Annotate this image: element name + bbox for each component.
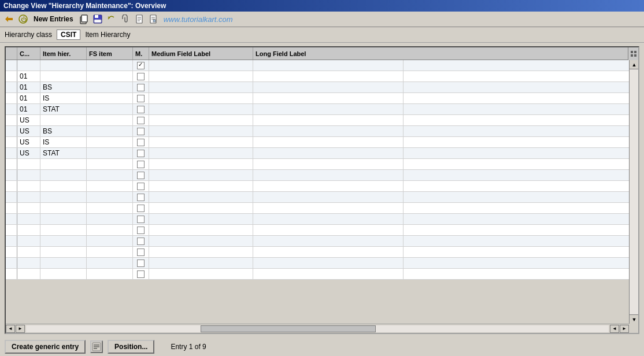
row-m-checkbox[interactable] xyxy=(137,84,145,91)
table-row[interactable]: 01 xyxy=(6,71,629,82)
row-m-checkbox[interactable] xyxy=(137,106,145,113)
table-row[interactable] xyxy=(6,258,629,269)
row-m-checkbox[interactable] xyxy=(137,62,145,69)
row-select-cell[interactable] xyxy=(6,269,17,279)
row-m-cell[interactable] xyxy=(133,170,149,180)
table-row[interactable]: 01BS xyxy=(6,82,629,93)
table-row[interactable] xyxy=(6,192,629,203)
row-m-cell[interactable] xyxy=(133,82,149,92)
row-select-cell[interactable] xyxy=(6,148,17,158)
row-select-cell[interactable] xyxy=(6,93,17,103)
save-icon[interactable] xyxy=(92,13,103,25)
table-row[interactable]: USSTAT xyxy=(6,148,629,159)
row-select-cell[interactable] xyxy=(6,115,17,125)
row-select-cell[interactable] xyxy=(6,126,17,136)
row-m-checkbox[interactable] xyxy=(137,194,145,201)
position-icon-button[interactable] xyxy=(90,340,103,353)
scroll-left2-button[interactable]: ◄ xyxy=(610,325,619,333)
row-m-cell[interactable] xyxy=(133,214,149,224)
create-generic-entry-button[interactable]: Create generic entry xyxy=(5,340,86,354)
row-m-cell[interactable] xyxy=(133,203,149,213)
row-m-checkbox[interactable] xyxy=(137,172,145,179)
row-select-cell[interactable] xyxy=(6,203,17,213)
scroll-right-button[interactable]: ► xyxy=(16,325,25,333)
table-row[interactable] xyxy=(6,247,629,258)
undo-icon[interactable] xyxy=(106,13,117,25)
table-row[interactable] xyxy=(6,203,629,214)
doc2-icon[interactable] xyxy=(147,13,159,25)
table-row[interactable]: USIS xyxy=(6,137,629,148)
row-select-cell[interactable] xyxy=(6,192,17,202)
table-row[interactable]: US xyxy=(6,115,629,126)
row-m-checkbox[interactable] xyxy=(137,238,145,245)
row-m-cell[interactable] xyxy=(133,181,149,191)
scroll-up-button[interactable]: ▲ xyxy=(630,60,639,69)
row-m-checkbox[interactable] xyxy=(137,249,145,256)
scroll-left-button[interactable]: ◄ xyxy=(6,325,15,333)
position-button[interactable]: Position... xyxy=(108,340,154,354)
new-entries-button[interactable]: New Entries xyxy=(31,15,76,23)
table-row[interactable] xyxy=(6,170,629,181)
row-m-cell[interactable] xyxy=(133,236,149,246)
row-m-cell[interactable] xyxy=(133,60,149,71)
table-row[interactable]: 01STAT xyxy=(6,104,629,115)
table-row[interactable] xyxy=(6,225,629,236)
row-m-checkbox[interactable] xyxy=(137,117,145,124)
row-m-cell[interactable] xyxy=(133,71,149,81)
row-m-checkbox[interactable] xyxy=(137,216,145,223)
row-m-checkbox[interactable] xyxy=(137,73,145,80)
horizontal-scroll-track[interactable] xyxy=(26,325,609,332)
row-m-cell[interactable] xyxy=(133,104,149,114)
exit-icon[interactable]: ⏻ xyxy=(17,13,29,25)
row-m-cell[interactable] xyxy=(133,247,149,257)
row-select-cell[interactable] xyxy=(6,137,17,147)
row-m-checkbox[interactable] xyxy=(137,150,145,157)
attach-icon[interactable] xyxy=(120,13,131,25)
table-row[interactable]: USBS xyxy=(6,126,629,137)
row-select-cell[interactable] xyxy=(6,181,17,191)
scroll-right2-button[interactable]: ► xyxy=(620,325,629,333)
table-row[interactable] xyxy=(6,159,629,170)
row-m-cell[interactable] xyxy=(133,115,149,125)
row-select-cell[interactable] xyxy=(6,170,17,180)
back-icon[interactable] xyxy=(3,13,15,25)
row-m-cell[interactable] xyxy=(133,225,149,235)
row-select-cell[interactable] xyxy=(6,82,17,92)
row-m-checkbox[interactable] xyxy=(137,270,145,278)
row-m-cell[interactable] xyxy=(133,258,149,268)
row-m-checkbox[interactable] xyxy=(137,227,145,234)
scroll-down-button[interactable]: ▼ xyxy=(630,314,639,324)
row-m-checkbox[interactable] xyxy=(137,183,145,190)
row-select-cell[interactable] xyxy=(6,225,17,235)
row-m-cell[interactable] xyxy=(133,93,149,103)
row-select-cell[interactable] xyxy=(6,159,17,169)
row-m-checkbox[interactable] xyxy=(137,128,145,135)
row-m-cell[interactable] xyxy=(133,126,149,136)
row-m-cell[interactable] xyxy=(133,192,149,202)
row-m-checkbox[interactable] xyxy=(137,259,145,267)
vertical-scrollbar[interactable]: ▲ ▼ xyxy=(629,60,638,324)
left-scroll-arrows[interactable]: ◄ ► xyxy=(6,325,25,333)
table-row[interactable] xyxy=(6,181,629,192)
row-select-cell[interactable] xyxy=(6,214,17,224)
table-row[interactable] xyxy=(6,236,629,247)
doc1-icon[interactable] xyxy=(134,13,145,25)
table-row[interactable] xyxy=(6,60,629,71)
row-select-cell[interactable] xyxy=(6,258,17,268)
row-select-cell[interactable] xyxy=(6,247,17,257)
row-m-cell[interactable] xyxy=(133,159,149,169)
row-select-cell[interactable] xyxy=(6,236,17,246)
row-m-checkbox[interactable] xyxy=(137,95,145,102)
row-m-checkbox[interactable] xyxy=(137,139,145,146)
right-scroll-arrows[interactable]: ◄ ► xyxy=(610,325,629,333)
table-row[interactable] xyxy=(6,214,629,225)
row-select-cell[interactable] xyxy=(6,71,17,81)
row-m-checkbox[interactable] xyxy=(137,161,145,168)
table-row[interactable] xyxy=(6,269,629,280)
row-m-cell[interactable] xyxy=(133,137,149,147)
row-select-cell[interactable] xyxy=(6,104,17,114)
copy-icon[interactable] xyxy=(78,13,90,25)
row-m-cell[interactable] xyxy=(133,148,149,158)
table-corner-button[interactable] xyxy=(628,47,638,60)
table-row[interactable]: 01IS xyxy=(6,93,629,104)
